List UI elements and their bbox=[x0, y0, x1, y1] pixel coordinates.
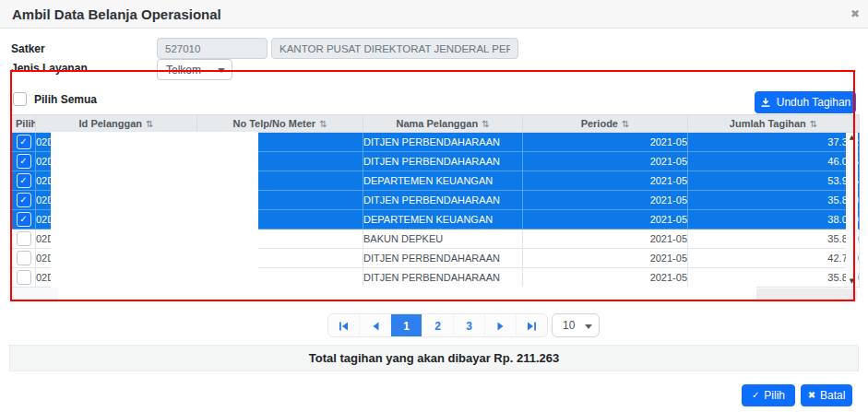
batal-button-label: Batal bbox=[820, 389, 845, 402]
total-band: Total tagihan yang akan dibayar Rp. 211.… bbox=[9, 345, 859, 371]
cell-periode: 2021-05 bbox=[523, 191, 688, 210]
cell-periode: 2021-05 bbox=[523, 152, 688, 171]
satker-name-field[interactable] bbox=[271, 38, 518, 59]
cell-periode: 2021-05 bbox=[523, 230, 688, 249]
scroll-up-icon[interactable]: ▲ bbox=[850, 133, 854, 142]
horizontal-scrollbar-thumb[interactable] bbox=[756, 288, 857, 301]
cell-nama-pelanggan: DITJEN PERBENDAHARAAN bbox=[363, 133, 523, 152]
page-button-1[interactable]: 1 bbox=[390, 314, 422, 337]
cell-periode: 2021-05 bbox=[523, 133, 688, 152]
row-checkbox[interactable]: ✓ bbox=[17, 173, 31, 188]
column-header-periode[interactable]: Periode⇅ bbox=[523, 115, 688, 133]
paginator: 1 2 3 bbox=[327, 313, 548, 337]
modal-ambil-data: { "modal": { "title": "Ambil Data Belanj… bbox=[0, 0, 868, 412]
next-page-button[interactable] bbox=[484, 314, 516, 337]
sort-icon: ⇅ bbox=[146, 119, 153, 129]
page-size-value: 10 bbox=[563, 319, 575, 332]
first-page-icon bbox=[339, 322, 349, 331]
next-page-icon bbox=[496, 322, 505, 331]
column-header-pilih: Pilih bbox=[12, 115, 36, 133]
previous-page-button[interactable] bbox=[359, 314, 390, 337]
select-all-label: Pilih Semua bbox=[34, 93, 97, 106]
cell-jumlah-tagihan: 35.860 bbox=[688, 191, 860, 210]
check-icon: ✓ bbox=[752, 391, 759, 400]
sort-icon: ⇅ bbox=[810, 119, 817, 129]
chevron-down-icon bbox=[585, 324, 592, 329]
cell-jumlah-tagihan: 35.860 bbox=[688, 268, 860, 288]
first-page-button[interactable] bbox=[328, 314, 359, 337]
cell-nama-pelanggan: DITJEN PERBENDAHARAAN bbox=[363, 152, 523, 171]
pilih-button[interactable]: ✓ Pilih bbox=[742, 384, 795, 406]
check-icon: ✓ bbox=[19, 157, 27, 166]
page-title: Ambil Data Belanja Operasional bbox=[12, 6, 221, 22]
redaction-overlay bbox=[51, 132, 258, 288]
download-button-label: Unduh Tagihan bbox=[777, 96, 851, 109]
sort-icon: ⇅ bbox=[319, 119, 327, 129]
check-icon: ✓ bbox=[19, 195, 27, 205]
row-checkbox[interactable]: ✓ bbox=[17, 212, 31, 227]
jenis-layanan-value: Telkom bbox=[166, 64, 201, 77]
sort-icon: ⇅ bbox=[622, 119, 629, 129]
row-checkbox[interactable]: ✓ bbox=[17, 270, 31, 285]
row-checkbox[interactable]: ✓ bbox=[17, 251, 31, 265]
cell-jumlah-tagihan: 42.790 bbox=[688, 249, 860, 268]
cell-nama-pelanggan: DITJEN PERBENDAHARAAN bbox=[363, 268, 523, 288]
pilih-button-label: Pilih bbox=[764, 389, 785, 402]
row-checkbox[interactable]: ✓ bbox=[17, 135, 31, 149]
jenis-layanan-label: Jenis Layanan bbox=[11, 62, 88, 75]
cell-nama-pelanggan: BAKUN DEPKEU bbox=[363, 230, 523, 249]
column-header-id-pelanggan[interactable]: Id Pelanggan⇅ bbox=[36, 115, 197, 133]
close-icon[interactable]: ✖ bbox=[850, 7, 860, 20]
column-header-no-telp[interactable]: No Telp/No Meter⇅ bbox=[197, 115, 363, 133]
page-size-select[interactable]: 10 bbox=[552, 313, 600, 337]
last-page-button[interactable] bbox=[516, 314, 547, 337]
download-icon bbox=[760, 97, 771, 108]
chevron-down-icon bbox=[218, 68, 225, 73]
cell-periode: 2021-05 bbox=[523, 210, 688, 230]
check-icon: ✓ bbox=[19, 137, 27, 147]
cell-nama-pelanggan: DITJEN PERBENDAHARAAN bbox=[363, 249, 523, 268]
row-checkbox[interactable]: ✓ bbox=[17, 231, 31, 246]
check-icon: ✓ bbox=[19, 176, 27, 185]
vertical-scrollbar[interactable]: ▲ ▼ bbox=[846, 133, 858, 286]
table-header-row: Pilih Id Pelanggan⇅ No Telp/No Meter⇅ Na… bbox=[12, 115, 860, 133]
total-text: Total tagihan yang akan dibayar Rp. 211.… bbox=[309, 351, 559, 365]
row-checkbox[interactable]: ✓ bbox=[17, 154, 31, 169]
satker-label: Satker bbox=[11, 42, 45, 55]
cell-nama-pelanggan: DEPARTEMEN KEUANGAN bbox=[363, 210, 523, 230]
cell-periode: 2021-05 bbox=[523, 268, 688, 288]
download-invoice-button[interactable]: Unduh Tagihan bbox=[755, 91, 856, 113]
cell-nama-pelanggan: DITJEN PERBENDAHARAAN bbox=[363, 191, 523, 210]
cell-nama-pelanggan: DEPARTEMEN KEUANGAN bbox=[363, 171, 523, 191]
last-page-icon bbox=[527, 322, 537, 331]
select-all-checkbox[interactable] bbox=[13, 92, 27, 106]
column-header-jumlah-tagihan[interactable]: Jumlah Tagihan⇅ bbox=[688, 115, 860, 133]
cell-jumlah-tagihan: 35.860 bbox=[688, 230, 860, 249]
sort-icon: ⇅ bbox=[482, 119, 489, 129]
close-icon: ✖ bbox=[808, 391, 815, 400]
scroll-down-icon[interactable]: ▼ bbox=[850, 277, 854, 286]
page-button-3[interactable]: 3 bbox=[453, 314, 484, 337]
cell-jumlah-tagihan: 37.312 bbox=[688, 133, 860, 152]
previous-page-icon bbox=[371, 322, 380, 331]
cell-jumlah-tagihan: 46.035 bbox=[688, 152, 860, 171]
cell-jumlah-tagihan: 38.060 bbox=[688, 210, 860, 230]
row-checkbox[interactable]: ✓ bbox=[17, 193, 31, 207]
cell-periode: 2021-05 bbox=[523, 249, 688, 268]
page-button-2[interactable]: 2 bbox=[422, 314, 453, 337]
jenis-layanan-select[interactable]: Telkom bbox=[157, 59, 232, 80]
satker-code-field[interactable] bbox=[157, 38, 268, 59]
batal-button[interactable]: ✖ Batal bbox=[801, 384, 852, 406]
cell-jumlah-tagihan: 53.996 bbox=[688, 171, 860, 191]
check-icon: ✓ bbox=[19, 215, 27, 224]
redaction-overlay bbox=[58, 287, 756, 303]
column-header-nama-pelanggan[interactable]: Nama Pelanggan⇅ bbox=[363, 115, 523, 133]
cell-periode: 2021-05 bbox=[523, 171, 688, 191]
